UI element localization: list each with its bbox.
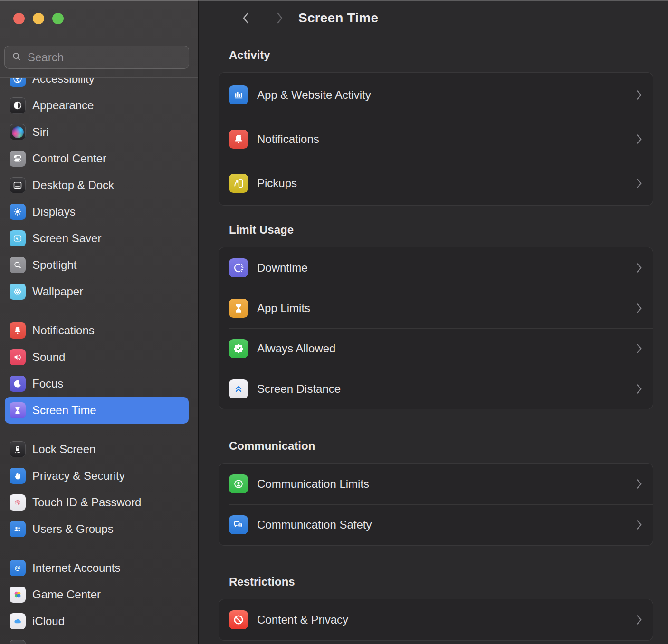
minimize-button[interactable] (33, 13, 44, 24)
svg-text:@: @ (15, 564, 21, 571)
chevron-right-icon (636, 133, 642, 145)
row-label: Pickups (257, 177, 636, 190)
sidebar-item-label: Touch ID & Password (32, 496, 141, 509)
sidebar-item-label: Control Center (32, 152, 106, 165)
control-center-icon (10, 151, 26, 167)
system-settings-window: Accessibility Appearance Siri (0, 0, 668, 644)
sidebar-item-label: Spotlight (32, 258, 76, 272)
sidebar-item-icloud[interactable]: iCloud (5, 608, 189, 635)
back-button[interactable] (241, 11, 251, 25)
communication-safety-icon (229, 515, 248, 534)
zoom-button[interactable] (52, 13, 64, 24)
sidebar-item-label: Users & Groups (32, 522, 114, 536)
siri-icon (10, 124, 26, 140)
sidebar-item-label: Privacy & Security (32, 469, 125, 483)
screen-distance-icon (229, 379, 248, 398)
forward-button[interactable] (275, 11, 284, 25)
sidebar-item-wallet[interactable]: Wallet & Apple Pay (5, 635, 189, 644)
row-label: Always Allowed (257, 342, 636, 355)
row-label: Screen Distance (257, 382, 636, 396)
restrictions-card: Content & Privacy (219, 599, 653, 641)
sidebar-item-users-groups[interactable]: Users & Groups (5, 516, 189, 542)
sidebar-item-game-center[interactable]: Game Center (5, 581, 189, 608)
downtime-icon (229, 258, 248, 277)
sidebar-item-label: Wallpaper (32, 285, 83, 298)
sidebar-item-label: Lock Screen (32, 443, 95, 456)
notifications-icon (229, 130, 248, 149)
row-content-privacy[interactable]: Content & Privacy (219, 599, 653, 640)
sidebar-item-spotlight[interactable]: Spotlight (5, 252, 189, 278)
row-pickups[interactable]: Pickups (219, 161, 653, 205)
sidebar-item-label: Focus (32, 377, 63, 390)
row-always-allowed[interactable]: Always Allowed (219, 328, 653, 369)
search-icon (11, 51, 22, 64)
sidebar-item-displays[interactable]: Displays (5, 199, 189, 225)
sidebar-item-internet-accounts[interactable]: @ Internet Accounts (5, 555, 189, 581)
accessibility-icon (10, 78, 26, 87)
row-notifications[interactable]: Notifications (219, 117, 653, 161)
sidebar-item-accessibility[interactable]: Accessibility (5, 78, 189, 92)
chevron-right-icon (636, 614, 642, 625)
sidebar-item-sound[interactable]: Sound (5, 344, 189, 370)
sidebar-item-label: Wallet & Apple Pay (32, 641, 129, 644)
row-label: App Limits (257, 302, 636, 315)
sidebar-item-control-center[interactable]: Control Center (5, 145, 189, 172)
icloud-icon (10, 613, 26, 629)
sidebar-item-touch-id[interactable]: Touch ID & Password (5, 489, 189, 516)
chevron-right-icon (636, 519, 642, 530)
sidebar-item-screen-time[interactable]: Screen Time (5, 397, 189, 424)
traffic-lights (13, 13, 64, 24)
chevron-right-icon (636, 262, 642, 274)
sidebar-item-lock-screen[interactable]: Lock Screen (5, 436, 189, 463)
sidebar-item-appearance[interactable]: Appearance (5, 92, 189, 119)
row-label: App & Website Activity (257, 88, 636, 102)
sidebar-item-label: iCloud (32, 615, 65, 628)
row-communication-limits[interactable]: Communication Limits (219, 464, 653, 504)
sidebar-item-screen-saver[interactable]: Screen Saver (5, 225, 189, 252)
focus-icon (10, 376, 26, 392)
row-screen-distance[interactable]: Screen Distance (219, 369, 653, 409)
sidebar-item-siri[interactable]: Siri (5, 119, 189, 145)
search-input[interactable] (27, 50, 182, 65)
content-privacy-icon (229, 610, 248, 629)
sidebar-item-wallpaper[interactable]: Wallpaper (5, 278, 189, 305)
row-app-limits[interactable]: App Limits (219, 288, 653, 328)
pickups-icon (229, 174, 248, 193)
row-app-website-activity[interactable]: App & Website Activity (219, 73, 653, 117)
sidebar-item-notifications[interactable]: Notifications (5, 317, 189, 344)
fingerprint-icon (10, 494, 26, 511)
communication-limits-icon (229, 474, 248, 493)
activity-card: App & Website Activity Notifications (219, 72, 653, 206)
row-label: Notifications (257, 133, 636, 146)
sidebar-item-desktop-dock[interactable]: Desktop & Dock (5, 172, 189, 199)
row-label: Content & Privacy (257, 613, 636, 626)
row-communication-safety[interactable]: Communication Safety (219, 504, 653, 545)
sidebar-item-label: Screen Time (32, 404, 96, 417)
sidebar-item-label: Notifications (32, 324, 95, 337)
app-limits-icon (229, 299, 248, 318)
sound-icon (10, 349, 26, 365)
close-button[interactable] (13, 13, 25, 24)
sidebar-item-label: Siri (32, 125, 49, 139)
sidebar-item-label: Internet Accounts (32, 561, 120, 575)
sidebar-item-focus[interactable]: Focus (5, 370, 189, 397)
chevron-right-icon (636, 178, 642, 189)
always-allowed-icon (229, 339, 248, 358)
section-header-activity: Activity (229, 48, 653, 62)
appearance-icon (10, 97, 26, 114)
users-icon (10, 521, 26, 537)
chevron-right-icon (636, 303, 642, 314)
screen-time-pane: Screen Time Activity App & Website Activ… (199, 0, 668, 644)
sidebar-item-privacy-security[interactable]: Privacy & Security (5, 463, 189, 489)
hand-icon (10, 468, 26, 484)
search-field[interactable] (4, 46, 189, 69)
chevron-right-icon (636, 478, 642, 490)
sidebar-item-label: Game Center (32, 588, 101, 601)
chevron-right-icon (636, 383, 642, 395)
row-label: Downtime (257, 261, 636, 275)
limit-usage-card: Downtime App Limits (219, 247, 653, 409)
communication-card: Communication Limits Communication Safet… (219, 463, 653, 546)
lock-screen-icon (10, 441, 26, 457)
at-sign-icon: @ (10, 560, 26, 576)
row-downtime[interactable]: Downtime (219, 247, 653, 288)
